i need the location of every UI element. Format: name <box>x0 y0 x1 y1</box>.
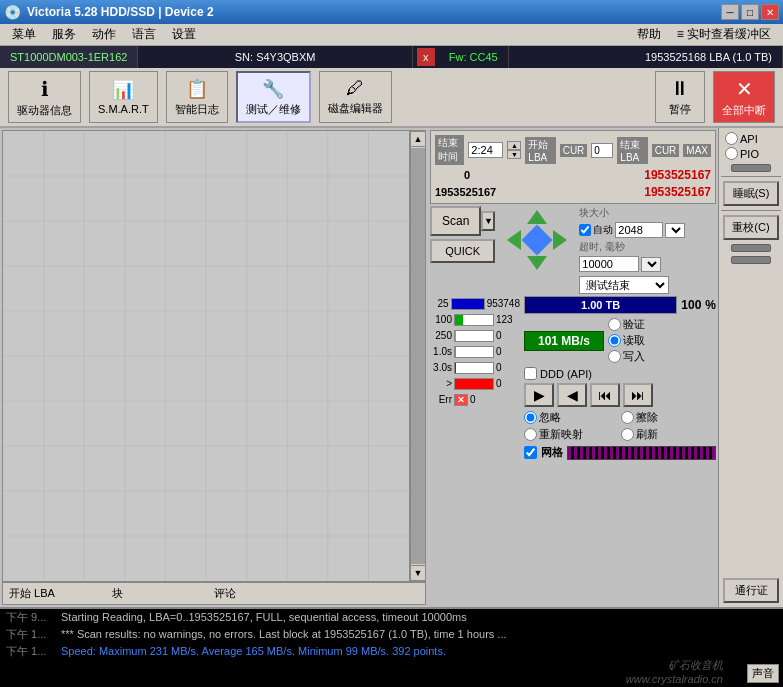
drive-name: ST1000DM003-1ER162 <box>0 46 138 68</box>
close-button[interactable]: ✕ <box>761 4 779 20</box>
size-progress-bar: 1.00 TB <box>524 296 677 314</box>
end-lba-label: 结束 LBA <box>617 137 647 164</box>
stat-label-3s: 3.0s <box>430 362 452 373</box>
cert-button[interactable]: 通行证 <box>723 578 779 603</box>
scroll-down-button[interactable]: ▼ <box>410 565 426 581</box>
quick-button[interactable]: QUICK <box>430 239 495 263</box>
remap-radio[interactable] <box>524 428 537 441</box>
verify-radio-row: 验证 <box>608 317 645 332</box>
graph-scrollbar[interactable]: ▲ ▼ <box>410 130 426 582</box>
sound-button[interactable]: 声音 <box>747 664 779 683</box>
read-label: 读取 <box>623 333 645 348</box>
verify-label: 验证 <box>623 317 645 332</box>
timeout-input[interactable] <box>579 256 639 272</box>
block-size-label: 块大小 <box>579 206 609 220</box>
menu-item-language[interactable]: 语言 <box>124 24 164 45</box>
skip-end-button[interactable]: ⏭ <box>623 383 653 407</box>
smart-log-button[interactable]: 📋 智能日志 <box>166 71 228 123</box>
erase-radio[interactable] <box>621 411 634 424</box>
nav-down-button[interactable] <box>527 256 547 270</box>
right-controls: 1.00 TB 100 % 101 MB/s 验证 <box>524 296 716 460</box>
menu-item-menu[interactable]: 菜单 <box>4 24 44 45</box>
abort-button[interactable]: ✕ 全部中断 <box>713 71 775 123</box>
time-input[interactable] <box>468 142 503 158</box>
stat-fill-25 <box>452 299 484 309</box>
pio-label: PIO <box>740 148 759 160</box>
menu-item-settings[interactable]: 设置 <box>164 24 204 45</box>
log-icon: 📋 <box>186 78 208 100</box>
stats-column: 25 953748 100 123 250 <box>430 296 520 460</box>
sleep-button[interactable]: 睡眠(S) <box>723 181 779 206</box>
scan-buttons: Scan ▼ QUICK <box>430 206 495 263</box>
minimize-button[interactable]: ─ <box>721 4 739 20</box>
stat-row-1s: 1.0s 0 <box>430 344 520 359</box>
block-size-input[interactable] <box>615 222 663 238</box>
menu-item-help[interactable]: 帮助 <box>629 24 669 45</box>
erase-row: 擦除 <box>621 410 716 425</box>
erase-label: 擦除 <box>636 410 658 425</box>
read-radio[interactable] <box>608 334 621 347</box>
params-section: 块大小 自动 ▼ 超时, 毫秒 ▼ <box>579 206 685 294</box>
skip-start-button[interactable]: ⏮ <box>590 383 620 407</box>
menu-item-action[interactable]: 动作 <box>84 24 124 45</box>
end-action-select[interactable]: 测试结束 <box>579 276 669 294</box>
timeout-unit-select[interactable]: ▼ <box>641 257 661 272</box>
smart-button[interactable]: 📊 S.M.A.R.T <box>89 71 158 123</box>
ddd-checkbox[interactable] <box>524 367 537 380</box>
stat-fill-100 <box>455 315 463 325</box>
ctrl-buttons-row: ▶ ◀ ⏮ ⏭ <box>524 383 716 407</box>
led-indicator-3 <box>731 256 771 264</box>
stat-row-25: 25 953748 <box>430 296 520 311</box>
maximize-button[interactable]: □ <box>741 4 759 20</box>
back-button[interactable]: ◀ <box>557 383 587 407</box>
scroll-thumb[interactable] <box>411 148 425 564</box>
ignore-radio[interactable] <box>524 411 537 424</box>
scan-dropdown[interactable]: ▼ <box>481 211 495 231</box>
write-radio-row: 写入 <box>608 349 645 364</box>
menu-item-service[interactable]: 服务 <box>44 24 84 45</box>
divider-1 <box>721 176 781 177</box>
stat-err-icon: ✕ <box>454 394 468 406</box>
nav-up-button[interactable] <box>527 210 547 224</box>
stat-value-3s: 0 <box>496 362 502 373</box>
repair-icon: 🔧 <box>262 78 284 100</box>
nav-left-button[interactable] <box>507 230 521 250</box>
auto-checkbox[interactable] <box>579 224 591 236</box>
nav-right-button[interactable] <box>553 230 567 250</box>
pause-button[interactable]: ⏸ 暂停 <box>655 71 705 123</box>
scroll-up-button[interactable]: ▲ <box>410 131 426 147</box>
time-up-button[interactable]: ▲ <box>507 141 521 150</box>
drive-close-button[interactable]: x <box>417 48 435 66</box>
driver-info-button[interactable]: ℹ 驱动器信息 <box>8 71 81 123</box>
stat-value-250: 0 <box>496 330 502 341</box>
led-indicator-2 <box>731 244 771 252</box>
stat-label-100: 100 <box>430 314 452 325</box>
scan-button[interactable]: Scan <box>430 206 481 236</box>
error-actions: 忽略 擦除 重新映射 刷新 <box>524 410 716 442</box>
api-pio-group: API PIO <box>721 132 759 160</box>
cur-start-input[interactable] <box>591 143 613 158</box>
play-button[interactable]: ▶ <box>524 383 554 407</box>
stat-row-gt: > 0 <box>430 376 520 391</box>
menu-item-buffer[interactable]: ≡ 实时查看缓冲区 <box>669 24 779 45</box>
pio-radio[interactable] <box>725 147 738 160</box>
time-down-button[interactable]: ▼ <box>507 150 521 159</box>
network-checkbox[interactable] <box>524 446 537 459</box>
api-radio[interactable] <box>725 132 738 145</box>
refresh-radio[interactable] <box>621 428 634 441</box>
read-radio-row: 读取 <box>608 333 645 348</box>
pio-radio-row: PIO <box>725 147 759 160</box>
col-start-lba: 开始 LBA <box>9 586 112 601</box>
network-row: 网格 <box>524 445 716 460</box>
reset-button[interactable]: 重校(C) <box>723 215 779 240</box>
test-repair-button[interactable]: 🔧 测试／维修 <box>236 71 311 123</box>
block-size-select[interactable]: ▼ <box>665 223 685 238</box>
info-icon: ℹ <box>41 77 49 101</box>
api-label: API <box>740 133 758 145</box>
info-bar: ST1000DM003-1ER162 SN: S4Y3QBXM x Fw: CC… <box>0 46 783 68</box>
auto-label: 自动 <box>593 223 613 237</box>
write-radio[interactable] <box>608 350 621 363</box>
verify-radio[interactable] <box>608 318 621 331</box>
time-label: 结束时间 <box>435 135 464 165</box>
hex-editor-button[interactable]: 🖊 磁盘编辑器 <box>319 71 392 123</box>
